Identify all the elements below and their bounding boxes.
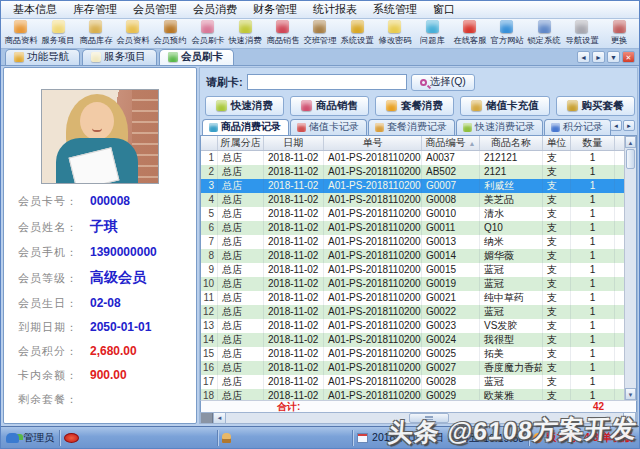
menu-item[interactable]: 会员消费 <box>185 0 245 19</box>
col-code[interactable]: 商品编号▲ <box>422 136 480 150</box>
col-name[interactable]: 商品名称 <box>480 136 543 150</box>
member-field-value: 高级会员 <box>90 269 146 287</box>
table-row[interactable]: 13 总店 2018-11-02 A01-PS-201811020002 G00… <box>201 319 624 333</box>
table-row[interactable]: 4 总店 2018-11-02 A01-PS-201811020002 G000… <box>201 193 624 207</box>
horizontal-scroll-thumb[interactable] <box>409 413 449 423</box>
record-tab-left-icon[interactable]: ◄ <box>610 120 622 131</box>
toolbar-item[interactable]: 商品销售 <box>264 20 301 47</box>
toolbar-item[interactable]: 官方网站 <box>488 20 525 47</box>
record-tab-right-icon[interactable]: ► <box>623 120 635 131</box>
action-button[interactable]: 商品销售 <box>290 96 369 116</box>
toolbar-item[interactable]: 商品库存 <box>77 20 114 47</box>
menu-item[interactable]: 窗口 <box>425 0 463 19</box>
member-field-value: 1390000000 <box>90 245 157 259</box>
tab-list-icon[interactable]: ▼ <box>607 51 620 63</box>
quick-consume-icon <box>239 20 252 33</box>
table-row[interactable]: 14 总店 2018-11-02 A01-PS-201811020002 G00… <box>201 333 624 347</box>
table-row[interactable]: 11 总店 2018-11-02 A01-PS-201811020002 G00… <box>201 291 624 305</box>
shift-icon <box>313 20 326 33</box>
toolbar-item[interactable]: 商品资料 <box>2 20 39 47</box>
record-tab[interactable]: 商品消费记录 <box>202 119 289 135</box>
table-row[interactable]: 5 总店 2018-11-02 A01-PS-201811020002 G001… <box>201 207 624 221</box>
toolbar-item[interactable]: 问题库 <box>413 20 450 47</box>
menu-item[interactable]: 库存管理 <box>65 0 125 19</box>
member-info-icon <box>126 20 139 33</box>
menu-item[interactable]: 系统管理 <box>365 0 425 19</box>
col-qty[interactable]: 数量 <box>571 136 615 150</box>
nav-tab[interactable]: 功能导航 <box>5 49 80 65</box>
toolbar-item[interactable]: 在线客服 <box>451 20 488 47</box>
vertical-scroll-thumb[interactable] <box>626 149 635 169</box>
toolbar: 商品资料 服务项目 商品库存 会员资料 会员预约 <box>1 19 639 49</box>
table-row[interactable]: 18 总店 2018-11-02 A01-PS-201811020002 G00… <box>201 389 624 400</box>
consume-record-icon <box>209 123 218 132</box>
table-row[interactable]: 2 总店 2018-11-02 A01-PS-201811020002 AB50… <box>201 165 624 179</box>
table-row[interactable]: 6 总店 2018-11-02 A01-PS-201811020002 G001… <box>201 221 624 235</box>
toolbar-item[interactable]: 交班管理 <box>301 20 338 47</box>
status-date: 2018年11月2日 <box>372 431 444 445</box>
table-row[interactable]: 3 总店 2018-11-02 A01-PS-201811020002 G000… <box>201 179 624 193</box>
search-icon <box>420 79 427 86</box>
record-tab[interactable]: 储值卡记录 <box>290 119 367 135</box>
menu-item[interactable]: 会员管理 <box>125 0 185 19</box>
tab-scroll-left-icon[interactable]: ◄ <box>577 51 590 63</box>
toolbar-item[interactable]: 快速消费 <box>226 20 263 47</box>
tab-scroll-right-icon[interactable]: ► <box>592 51 605 63</box>
toolbar-item[interactable]: 更换 <box>601 20 638 47</box>
toolbar-item[interactable]: 会员资料 <box>114 20 151 47</box>
horizontal-scrollbar[interactable]: ◄ ► <box>200 412 637 424</box>
toolbar-item[interactable]: 服务项目 <box>39 20 76 47</box>
nav-tab[interactable]: 会员刷卡 <box>159 49 234 65</box>
scroll-up-icon[interactable]: ▲ <box>625 136 636 148</box>
nav-tab[interactable]: 服务项目 <box>82 49 157 65</box>
toolbar-item[interactable]: 会员预约 <box>152 20 189 47</box>
swipe-card-input[interactable] <box>247 74 407 90</box>
col-order[interactable]: 单号 <box>324 136 422 150</box>
table-row[interactable]: 8 总店 2018-11-02 A01-PS-201811020002 G001… <box>201 249 624 263</box>
col-date[interactable]: 日期 <box>264 136 324 150</box>
tab-close-icon[interactable]: ✕ <box>622 51 635 63</box>
toolbar-item[interactable]: 修改密码 <box>376 20 413 47</box>
service-tab-icon <box>91 52 101 62</box>
action-button[interactable]: 购买套餐 <box>556 96 635 116</box>
scroll-left-icon[interactable]: ◄ <box>213 413 226 423</box>
member-field: 会员姓名： 子琪 <box>18 218 196 236</box>
goods-info-icon <box>14 20 27 33</box>
col-store[interactable]: 所属分店 <box>218 136 264 150</box>
version-text: 版本号: 4.3 单机版 <box>546 431 633 445</box>
main-area: 会员卡号： 000008 会员姓名： 子琪 会员手机： 1390000000 <box>1 66 639 424</box>
toolbar-item[interactable]: 会员刷卡 <box>189 20 226 47</box>
website-icon <box>500 20 513 33</box>
consume-table: 所属分店 日期 单号 商品编号▲ 商品名称 单位 数量 1 <box>200 135 637 400</box>
toolbar-item[interactable]: 系统设置 <box>339 20 376 47</box>
table-row[interactable]: 16 总店 2018-11-02 A01-PS-201811020002 G00… <box>201 361 624 375</box>
toolbar-item[interactable]: 锁定系统 <box>526 20 563 47</box>
table-row[interactable]: 12 总店 2018-11-02 A01-PS-201811020002 G00… <box>201 305 624 319</box>
action-button[interactable]: 储值卡充值 <box>460 96 550 116</box>
record-tab[interactable]: 快速消费记录 <box>456 119 543 135</box>
faq-icon <box>426 20 439 33</box>
menu-item[interactable]: 基本信息 <box>5 0 65 19</box>
table-row[interactable]: 10 总店 2018-11-02 A01-PS-201811020002 G00… <box>201 277 624 291</box>
menu-item[interactable]: 统计报表 <box>305 0 365 19</box>
action-button[interactable]: 套餐消费 <box>375 96 454 116</box>
member-fields: 会员卡号： 000008 会员姓名： 子琪 会员手机： 1390000000 <box>4 194 196 407</box>
vertical-scrollbar[interactable]: ▲ ▼ <box>624 136 636 400</box>
col-unit[interactable]: 单位 <box>543 136 571 150</box>
member-field: 会员生日： 02-08 <box>18 296 196 311</box>
buy-package-icon <box>567 100 578 111</box>
table-row[interactable]: 7 总店 2018-11-02 A01-PS-201811020002 G001… <box>201 235 624 249</box>
table-row[interactable]: 9 总店 2018-11-02 A01-PS-201811020002 G001… <box>201 263 624 277</box>
toolbar-item[interactable]: 导航设置 <box>563 20 600 47</box>
member-field: 卡内余额： 900.00 <box>18 368 196 383</box>
record-tab[interactable]: 套餐消费记录 <box>368 119 455 135</box>
table-row[interactable]: 15 总店 2018-11-02 A01-PS-201811020002 G00… <box>201 347 624 361</box>
scroll-down-icon[interactable]: ▼ <box>625 388 636 400</box>
select-member-button[interactable]: 选择(Q) <box>411 74 475 91</box>
menu-item[interactable]: 财务管理 <box>245 0 305 19</box>
table-row[interactable]: 17 总店 2018-11-02 A01-PS-201811020002 G00… <box>201 375 624 389</box>
action-button[interactable]: 快速消费 <box>205 96 284 116</box>
record-tab[interactable]: 积分记录 <box>544 119 611 135</box>
table-row[interactable]: 1 总店 2018-11-02 A01-PS-201811020002 A003… <box>201 151 624 165</box>
scroll-right-icon[interactable]: ► <box>623 413 636 423</box>
